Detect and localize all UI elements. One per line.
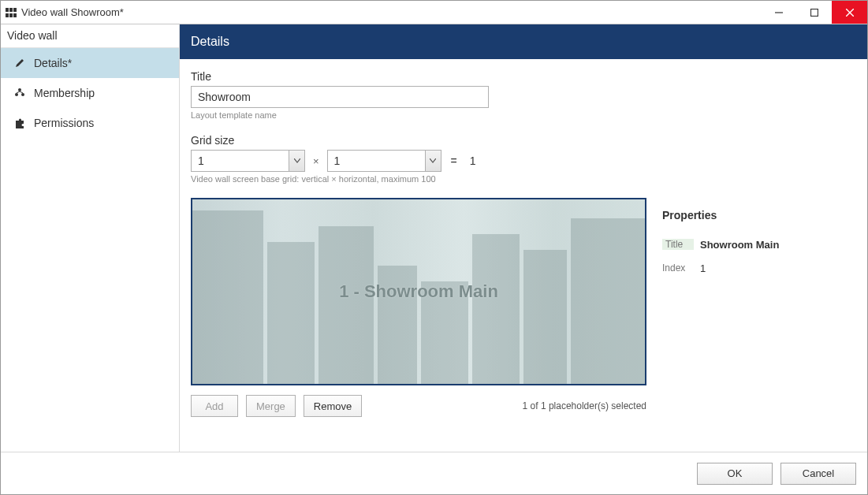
property-row-index[interactable]: Index 1 <box>662 256 855 280</box>
grid-result: 1 <box>467 154 479 167</box>
grid-vertical-value: 1 <box>192 151 289 171</box>
puzzle-icon <box>13 117 26 129</box>
property-key: Title <box>662 239 694 250</box>
dialog-footer: OK Cancel <box>1 452 867 494</box>
svg-point-11 <box>15 93 18 96</box>
sidebar-title: Video wall <box>1 24 179 47</box>
grid-equals: = <box>448 154 460 167</box>
svg-rect-1 <box>9 8 13 12</box>
grid-times: × <box>311 155 321 167</box>
property-value: 1 <box>694 262 706 274</box>
grid-vertical-select[interactable]: 1 <box>191 150 305 172</box>
chevron-down-icon <box>425 151 441 171</box>
cancel-button[interactable]: Cancel <box>780 463 856 485</box>
sidebar: Video wall Details* <box>1 24 180 452</box>
properties-heading: Properties <box>662 209 855 221</box>
close-button[interactable] <box>832 1 867 24</box>
svg-rect-0 <box>6 8 9 12</box>
sidebar-item-label: Membership <box>34 87 95 99</box>
sidebar-item-label: Details* <box>34 57 72 69</box>
grid-horizontal-value: 1 <box>328 151 425 171</box>
ok-button[interactable]: OK <box>697 463 773 485</box>
sidebar-item-permissions[interactable]: Permissions <box>1 108 179 138</box>
grid-size-label: Grid size <box>191 134 855 147</box>
properties-panel: Properties Title Showroom Main Index 1 <box>662 198 855 280</box>
grid-help: Video wall screen base grid: vertical × … <box>191 174 855 184</box>
svg-rect-4 <box>9 13 13 17</box>
minimize-button[interactable] <box>761 1 796 24</box>
svg-rect-2 <box>13 8 17 12</box>
remove-button[interactable]: Remove <box>304 395 362 417</box>
window-title: Video wall Showroom* <box>21 6 124 18</box>
svg-rect-3 <box>6 13 9 17</box>
sidebar-item-membership[interactable]: Membership <box>1 78 179 108</box>
svg-rect-5 <box>13 13 17 17</box>
svg-line-13 <box>17 91 20 93</box>
titlebar: Video wall Showroom* <box>1 1 867 24</box>
preview-label: 1 - Showroom Main <box>339 281 498 302</box>
membership-icon <box>13 87 26 99</box>
title-label: Title <box>191 70 855 83</box>
add-button[interactable]: Add <box>191 395 238 417</box>
property-row-title[interactable]: Title Showroom Main <box>662 233 855 256</box>
svg-line-14 <box>20 91 23 93</box>
grid-preview[interactable]: 1 - Showroom Main <box>191 198 646 385</box>
title-help: Layout template name <box>191 110 855 120</box>
svg-point-10 <box>18 88 21 91</box>
title-input[interactable] <box>191 86 489 108</box>
selection-status: 1 of 1 placeholder(s) selected <box>523 400 646 411</box>
svg-point-12 <box>21 93 24 96</box>
chevron-down-icon <box>289 151 304 171</box>
sidebar-item-label: Permissions <box>34 117 94 129</box>
property-value: Showroom Main <box>694 239 779 251</box>
merge-button[interactable]: Merge <box>246 395 296 417</box>
panel-header: Details <box>180 24 867 59</box>
property-key: Index <box>662 262 694 274</box>
pencil-icon <box>13 57 26 69</box>
maximize-button[interactable] <box>796 1 832 24</box>
grid-horizontal-select[interactable]: 1 <box>327 150 441 172</box>
app-icon <box>6 8 17 17</box>
main-panel: Details Title Layout template name Grid … <box>180 24 867 452</box>
svg-rect-7 <box>810 9 818 16</box>
sidebar-item-details[interactable]: Details* <box>1 48 179 78</box>
